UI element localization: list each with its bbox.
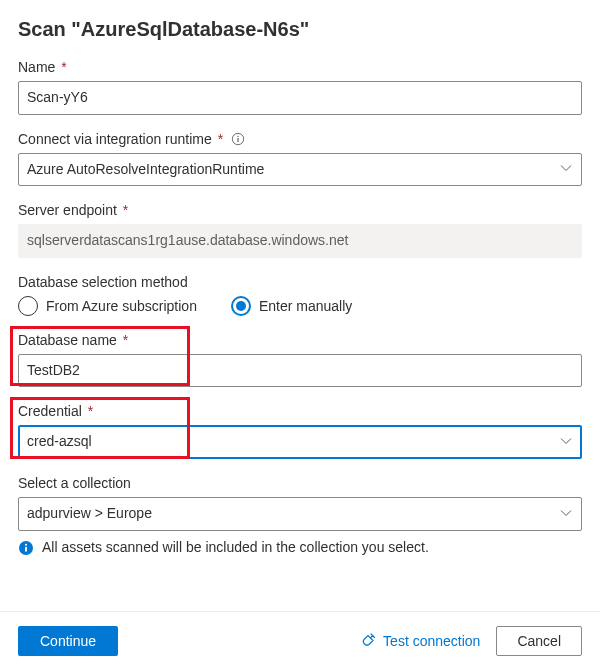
field-server-endpoint: Server endpoint*: [18, 202, 582, 258]
db-select-label: Database selection method: [18, 274, 582, 290]
page-title: Scan "AzureSqlDatabase-N6s": [18, 18, 582, 41]
name-input[interactable]: [18, 81, 582, 115]
name-label: Name*: [18, 59, 582, 75]
cancel-button[interactable]: Cancel: [496, 626, 582, 656]
svg-rect-2: [238, 138, 239, 142]
svg-rect-5: [25, 546, 27, 551]
svg-point-4: [25, 543, 27, 545]
endpoint-input: [18, 224, 582, 258]
info-icon[interactable]: [231, 132, 245, 146]
db-name-label: Database name*: [18, 332, 582, 348]
plug-icon: [361, 632, 377, 651]
field-credential: Credential* cred-azsql: [18, 403, 582, 459]
radio-enter-manually[interactable]: Enter manually: [231, 296, 352, 316]
field-integration-runtime: Connect via integration runtime* Azure A…: [18, 131, 582, 187]
info-solid-icon: [18, 540, 34, 559]
required-star: *: [61, 59, 66, 75]
collection-label: Select a collection: [18, 475, 582, 491]
required-star: *: [123, 332, 128, 348]
db-name-input[interactable]: [18, 354, 582, 388]
required-star: *: [123, 202, 128, 218]
continue-button[interactable]: Continue: [18, 626, 118, 656]
collection-hint: All assets scanned will be included in t…: [18, 539, 582, 559]
collection-select[interactable]: adpurview > Europe: [18, 497, 582, 531]
endpoint-label: Server endpoint*: [18, 202, 582, 218]
field-collection: Select a collection adpurview > Europe A…: [18, 475, 582, 559]
credential-label: Credential*: [18, 403, 582, 419]
required-star: *: [218, 131, 223, 147]
field-db-selection-method: Database selection method From Azure sub…: [18, 274, 582, 316]
runtime-select[interactable]: Azure AutoResolveIntegrationRuntime: [18, 153, 582, 187]
required-star: *: [88, 403, 93, 419]
field-database-name: Database name*: [18, 332, 582, 388]
test-connection-link[interactable]: Test connection: [361, 632, 480, 651]
radio-label: Enter manually: [259, 298, 352, 314]
radio-from-subscription[interactable]: From Azure subscription: [18, 296, 197, 316]
runtime-label: Connect via integration runtime*: [18, 131, 582, 147]
footer-bar: Continue Test connection Cancel: [0, 611, 600, 670]
field-name: Name*: [18, 59, 582, 115]
svg-point-1: [238, 135, 239, 136]
radio-label: From Azure subscription: [46, 298, 197, 314]
credential-select[interactable]: cred-azsql: [18, 425, 582, 459]
